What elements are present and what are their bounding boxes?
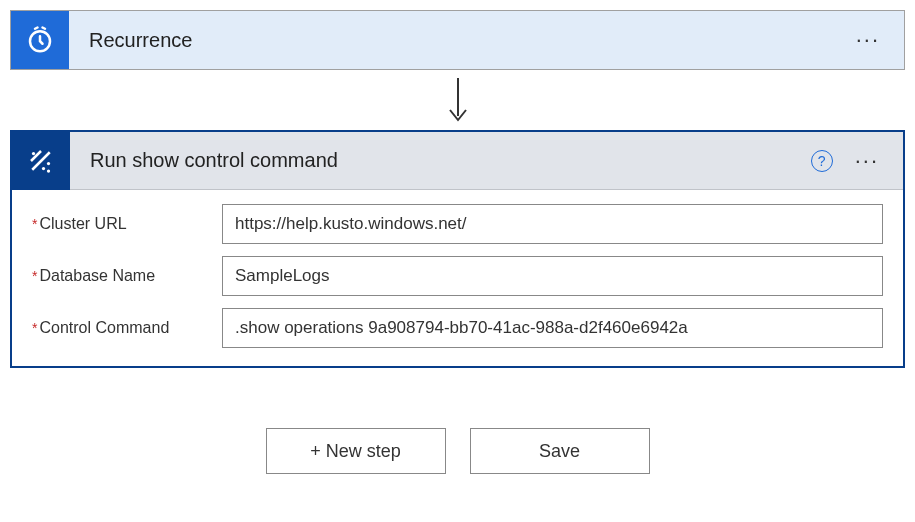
database-name-input[interactable] xyxy=(222,256,883,296)
field-row-cluster-url: *Cluster URL xyxy=(32,204,883,244)
label-text: Control Command xyxy=(39,319,169,336)
help-icon[interactable]: ? xyxy=(811,150,833,172)
action-title: Run show control command xyxy=(70,149,811,172)
flow-arrow xyxy=(10,70,905,130)
required-mark: * xyxy=(32,268,37,284)
footer-buttons: + New step Save xyxy=(10,428,905,474)
schedule-icon xyxy=(11,11,69,69)
label-text: Database Name xyxy=(39,267,155,284)
control-command-input[interactable] xyxy=(222,308,883,348)
label-text: Cluster URL xyxy=(39,215,126,232)
action-header[interactable]: Run show control command ? ··· xyxy=(12,132,903,190)
trigger-title: Recurrence xyxy=(69,29,852,52)
required-mark: * xyxy=(32,320,37,336)
more-icon[interactable]: ··· xyxy=(851,150,883,172)
required-mark: * xyxy=(32,216,37,232)
cluster-url-label: *Cluster URL xyxy=(32,215,222,233)
action-card: Run show control command ? ··· *Cluster … xyxy=(10,130,905,368)
database-name-label: *Database Name xyxy=(32,267,222,285)
cluster-url-input[interactable] xyxy=(222,204,883,244)
field-row-control-command: *Control Command xyxy=(32,308,883,348)
more-icon[interactable]: ··· xyxy=(852,29,884,51)
new-step-button[interactable]: + New step xyxy=(266,428,446,474)
trigger-card[interactable]: Recurrence ··· xyxy=(10,10,905,70)
field-row-database-name: *Database Name xyxy=(32,256,883,296)
control-command-label: *Control Command xyxy=(32,319,222,337)
svg-point-4 xyxy=(42,166,45,169)
svg-point-6 xyxy=(47,169,50,172)
trigger-header: Recurrence ··· xyxy=(11,11,904,69)
trigger-actions: ··· xyxy=(852,29,904,51)
action-form: *Cluster URL *Database Name *Control Com… xyxy=(12,190,903,366)
action-actions: ? ··· xyxy=(811,150,903,172)
save-button[interactable]: Save xyxy=(470,428,650,474)
kusto-icon xyxy=(12,132,70,190)
svg-point-5 xyxy=(47,161,50,164)
svg-point-3 xyxy=(32,151,35,154)
